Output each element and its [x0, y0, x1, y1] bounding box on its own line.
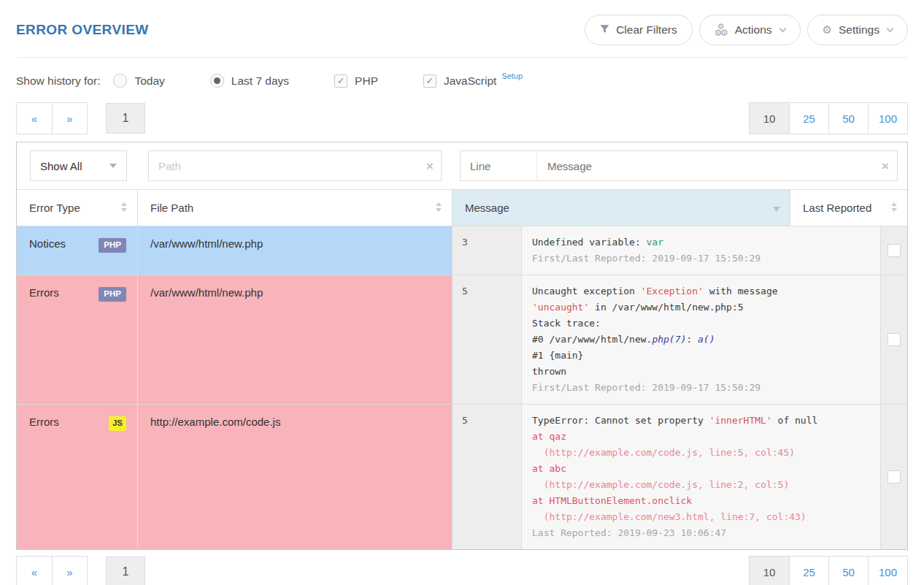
- page-size-100[interactable]: 100: [868, 103, 907, 134]
- message-line: at HTMLButtonElement.onclick: [532, 493, 870, 509]
- message-line: Last Reported: 2019-09-23 10:06:47: [532, 525, 870, 541]
- row-checkbox[interactable]: [888, 244, 901, 257]
- checkbox-php[interactable]: ✓: [334, 74, 347, 88]
- error-type-cell: NoticesPHP: [17, 226, 138, 275]
- message-line: 'uncaught' in /var/www/html/new.php:5: [532, 299, 870, 316]
- message-line: Uncaught exception 'Exception' with mess…: [532, 283, 870, 299]
- error-type-label: Notices: [29, 237, 66, 250]
- page-size-50[interactable]: 50: [828, 557, 868, 585]
- sort-icon: [435, 202, 442, 215]
- checkbox-option-php: ✓PHP: [334, 74, 378, 88]
- pager-next-button[interactable]: »: [52, 103, 87, 134]
- column-header-file-path[interactable]: File Path: [138, 190, 453, 226]
- message-segment: #0 /var/www/html/new.: [532, 334, 652, 345]
- sort-icon: [890, 202, 898, 215]
- message-segment: (http://example.com/code.js, line:2, col…: [532, 479, 789, 490]
- message-segment: (http://example.com/new3.html, line:7, c…: [532, 511, 806, 522]
- clear-filters-label: Clear Filters: [616, 23, 677, 37]
- message-segment: a(): [698, 334, 715, 345]
- page-number-button[interactable]: 1: [106, 557, 145, 585]
- pagination-top: «»1102550100: [16, 102, 908, 134]
- message-line: (http://example.com/code.js, line:5, col…: [532, 445, 870, 461]
- page-number-button[interactable]: 1: [106, 103, 145, 134]
- message-cell: TypeError: Cannot set property 'innerHTM…: [522, 405, 881, 549]
- checkbox-option-javascript: ✓JavaScript: [423, 74, 496, 88]
- line-filter-input[interactable]: [461, 151, 537, 180]
- message-segment: at abc: [532, 463, 566, 474]
- file-path-cell: http://example.com/code.js: [138, 405, 453, 549]
- pager-prev-button[interactable]: «: [17, 557, 52, 585]
- message-segment: :: [686, 334, 698, 345]
- message-segment: Stack trace:: [532, 318, 601, 329]
- message-segment: #1 {main}: [532, 350, 583, 361]
- php-badge: PHP: [99, 287, 126, 302]
- path-filter: ×: [148, 150, 442, 181]
- message-segment: Undefined variable:: [532, 237, 647, 248]
- message-segment: First/Last Reported: 2019-09-17 15:50:29: [532, 382, 761, 393]
- radio-option-last-7-days: Last 7 days: [210, 74, 289, 88]
- radio-option-today: Today: [113, 74, 164, 88]
- path-filter-input[interactable]: [148, 150, 442, 181]
- pager-nav: «»1: [16, 556, 145, 585]
- message-line: Undefined variable: var: [532, 234, 870, 251]
- column-header-error-type[interactable]: Error Type: [17, 190, 138, 226]
- page-size-10[interactable]: 10: [750, 557, 789, 585]
- page-size-50[interactable]: 50: [828, 103, 868, 134]
- message-segment: of null: [772, 415, 818, 426]
- message-segment: TypeError: Cannot set property: [532, 415, 709, 426]
- sort-icon: [120, 202, 128, 215]
- setup-link[interactable]: Setup: [501, 72, 523, 80]
- file-path-cell: /var/www/html/new.php: [138, 275, 453, 404]
- pager-next-button[interactable]: »: [52, 557, 87, 585]
- pager-arrows: «»: [16, 556, 88, 585]
- message-filter-input[interactable]: [537, 151, 897, 180]
- checkbox-label-javascript: JavaScript: [444, 74, 496, 88]
- radio-label-last-7-days: Last 7 days: [231, 74, 289, 88]
- actions-button[interactable]: ⚙⚙⚙ Actions: [699, 15, 801, 45]
- chevron-down-icon: [887, 25, 894, 32]
- page-size-25[interactable]: 25: [789, 557, 828, 585]
- pager-prev-button[interactable]: «: [17, 103, 52, 134]
- clear-message-icon[interactable]: ×: [882, 160, 889, 172]
- gear-icon: ⚙: [823, 25, 832, 36]
- message-segment: Last Reported: 2019-09-23 10:06:47: [532, 527, 726, 538]
- message-segment: First/Last Reported: 2019-09-17 15:50:29: [532, 253, 761, 264]
- message-line: #1 {main}: [532, 348, 870, 364]
- sort-down-icon: [773, 202, 780, 214]
- page-size-10[interactable]: 10: [750, 103, 789, 134]
- message-segment: var: [647, 237, 663, 248]
- gears-icon: ⚙⚙⚙: [715, 24, 728, 37]
- message-segment: at qaz: [532, 431, 566, 442]
- filter-icon: [600, 23, 609, 37]
- page-size-100[interactable]: 100: [868, 557, 907, 585]
- error-type-cell: ErrorsPHP: [17, 275, 138, 404]
- row-checkbox[interactable]: [888, 470, 901, 483]
- row-checkbox[interactable]: [888, 333, 901, 346]
- line-number-cell: 5: [453, 275, 522, 404]
- checkbox-javascript[interactable]: ✓: [423, 74, 436, 88]
- column-header-last-reported[interactable]: Last Reported: [790, 190, 907, 226]
- clear-path-icon[interactable]: ×: [426, 160, 434, 172]
- page-size-25[interactable]: 25: [789, 103, 828, 134]
- page-size-selector: 102550100: [749, 556, 908, 585]
- pagination-bottom: «»1102550100: [16, 556, 908, 585]
- table-body: NoticesPHP/var/www/html/new.php3Undefine…: [17, 226, 907, 549]
- message-segment: thrown: [532, 366, 566, 377]
- page-title: ERROR OVERVIEW: [16, 22, 149, 38]
- message-segment: with message: [704, 286, 778, 297]
- php-badge: PHP: [99, 238, 126, 253]
- topbar: ERROR OVERVIEW Clear Filters ⚙⚙⚙ Actions…: [16, 13, 908, 58]
- type-filter-select[interactable]: Show All: [30, 150, 127, 181]
- column-header-message[interactable]: Message: [453, 190, 790, 226]
- pager-arrows: «»: [16, 102, 88, 134]
- clear-filters-button[interactable]: Clear Filters: [585, 15, 693, 45]
- radio-label-today: Today: [134, 74, 164, 88]
- history-label: Show history for:: [16, 74, 100, 88]
- radio-today[interactable]: [113, 74, 127, 88]
- chevron-down-icon: [779, 25, 786, 32]
- type-filter-value: Show All: [40, 160, 82, 172]
- message-segment: at HTMLButtonElement.onclick: [532, 495, 692, 506]
- message-segment: in /var/www/html/new.php:5: [589, 302, 743, 313]
- settings-button[interactable]: ⚙ Settings: [807, 15, 908, 45]
- radio-last-7-days[interactable]: [210, 74, 224, 88]
